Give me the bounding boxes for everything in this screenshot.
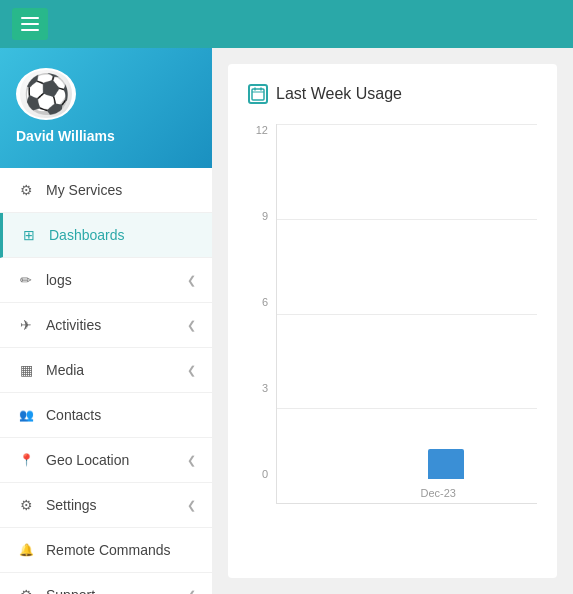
chart-plot: Dec-23 — [276, 124, 537, 504]
y-label: 9 — [262, 210, 268, 222]
support-icon: ⚙ — [16, 585, 36, 594]
chart-title-row: Last Week Usage — [248, 84, 537, 104]
chevron-right-icon: ❮ — [187, 454, 196, 467]
dashboards-icon: ⊞ — [19, 225, 39, 245]
chevron-right-icon: ❮ — [187, 499, 196, 512]
sidebar-item-support[interactable]: ⚙ Support ❮ — [0, 573, 212, 594]
chart-bar — [428, 449, 464, 479]
chevron-right-icon: ❮ — [187, 589, 196, 595]
user-name: David Williams — [16, 128, 196, 144]
remote-commands-icon: 🔔 — [16, 540, 36, 560]
media-icon: ▦ — [16, 360, 36, 380]
avatar — [16, 68, 76, 120]
sidebar-item-label: Activities — [46, 317, 187, 333]
grid-line — [277, 219, 537, 220]
chevron-right-icon: ❮ — [187, 364, 196, 377]
header — [0, 0, 573, 48]
sidebar-item-my-services[interactable]: ⚙ My Services — [0, 168, 212, 213]
sidebar-item-label: Support — [46, 587, 187, 594]
y-label: 12 — [256, 124, 268, 136]
chevron-right-icon: ❮ — [187, 319, 196, 332]
sidebar-item-logs[interactable]: ✏ logs ❮ — [0, 258, 212, 303]
chart-container: 12 9 6 3 0 Dec-23 — [248, 124, 537, 504]
svg-rect-0 — [252, 89, 264, 100]
sidebar-item-settings[interactable]: ⚙ Settings ❮ — [0, 483, 212, 528]
my-services-icon: ⚙ — [16, 180, 36, 200]
user-profile: David Williams — [0, 48, 212, 168]
geo-location-icon: 📍 — [16, 450, 36, 470]
contacts-icon: 👥 — [16, 405, 36, 425]
sidebar-item-label: My Services — [46, 182, 196, 198]
y-axis: 12 9 6 3 0 — [248, 124, 276, 504]
sidebar-item-geo-location[interactable]: 📍 Geo Location ❮ — [0, 438, 212, 483]
chart-panel: Last Week Usage 12 9 6 3 0 — [228, 64, 557, 578]
hamburger-line-3 — [21, 29, 39, 31]
hamburger-button[interactable] — [12, 8, 48, 40]
y-label: 3 — [262, 382, 268, 394]
settings-icon: ⚙ — [16, 495, 36, 515]
sidebar-item-label: Media — [46, 362, 187, 378]
x-axis-label: Dec-23 — [420, 487, 455, 499]
activities-icon: ✈ — [16, 315, 36, 335]
sidebar-item-remote-commands[interactable]: 🔔 Remote Commands — [0, 528, 212, 573]
sidebar-item-dashboards[interactable]: ⊞ Dashboards — [0, 213, 212, 258]
main-layout: David Williams ⚙ My Services ⊞ Dashboard… — [0, 48, 573, 594]
calendar-icon — [248, 84, 268, 104]
sidebar: David Williams ⚙ My Services ⊞ Dashboard… — [0, 48, 212, 594]
grid-line — [277, 124, 537, 125]
content-area: Last Week Usage 12 9 6 3 0 — [212, 48, 573, 594]
grid-line — [277, 408, 537, 409]
sidebar-item-contacts[interactable]: 👥 Contacts — [0, 393, 212, 438]
chevron-right-icon: ❮ — [187, 274, 196, 287]
y-label: 6 — [262, 296, 268, 308]
hamburger-line-1 — [21, 17, 39, 19]
sidebar-item-label: Remote Commands — [46, 542, 196, 558]
sidebar-item-label: Dashboards — [49, 227, 196, 243]
sidebar-item-media[interactable]: ▦ Media ❮ — [0, 348, 212, 393]
avatar-image — [20, 68, 72, 120]
sidebar-item-label: Contacts — [46, 407, 196, 423]
sidebar-item-label: logs — [46, 272, 187, 288]
grid-line — [277, 314, 537, 315]
logs-icon: ✏ — [16, 270, 36, 290]
y-label: 0 — [262, 468, 268, 480]
hamburger-line-2 — [21, 23, 39, 25]
sidebar-item-label: Settings — [46, 497, 187, 513]
chart-title-text: Last Week Usage — [276, 85, 402, 103]
sidebar-item-activities[interactable]: ✈ Activities ❮ — [0, 303, 212, 348]
sidebar-item-label: Geo Location — [46, 452, 187, 468]
